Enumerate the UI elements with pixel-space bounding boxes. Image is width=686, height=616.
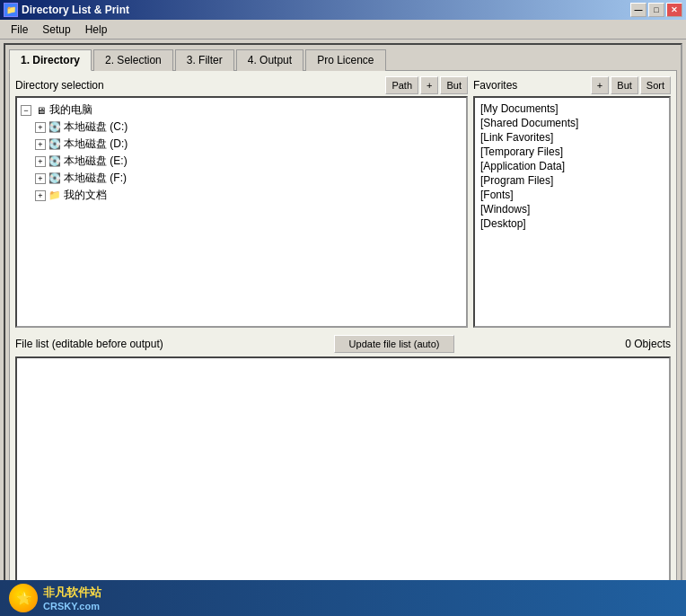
- app-icon: 📁: [4, 3, 18, 17]
- tree-item-d[interactable]: + 💽 本地磁盘 (D:): [21, 136, 462, 153]
- label-e: 本地磁盘 (E:): [64, 154, 128, 169]
- label-mydocs: 我的文档: [64, 188, 107, 203]
- fav-item-8[interactable]: [Desktop]: [479, 216, 665, 231]
- file-list-section: File list (editable before output) Updat…: [15, 331, 671, 604]
- expand-mydocs[interactable]: +: [35, 190, 46, 201]
- favorites-panel: Favorites + But Sort [My Documents] [Sha…: [473, 76, 671, 328]
- icon-d: 💽: [48, 137, 62, 152]
- watermark: 🌟 非凡软件站 CRSKY.com: [0, 580, 686, 616]
- tab-bar: 1. Directory 2. Selection 3. Filter 4. O…: [5, 45, 681, 70]
- fav-item-1[interactable]: [Shared Documents]: [479, 116, 665, 130]
- title-bar: 📁 Directory List & Print — □ ✕: [0, 0, 686, 20]
- expand-f[interactable]: +: [35, 173, 46, 184]
- update-file-list-button[interactable]: Update file list (auto): [334, 335, 455, 353]
- fav-item-3[interactable]: [Temporary Files]: [479, 145, 665, 159]
- window-controls: — □ ✕: [630, 3, 682, 17]
- objects-count: 0 Objects: [625, 338, 671, 350]
- path-button[interactable]: Path: [385, 76, 418, 94]
- expand-c[interactable]: +: [35, 122, 46, 133]
- directory-panel-title: Directory selection: [15, 79, 104, 92]
- fav-item-5[interactable]: [Program Files]: [479, 173, 665, 188]
- expand-mypc[interactable]: −: [21, 105, 31, 116]
- tree-item-f[interactable]: + 💽 本地磁盘 (F:): [21, 170, 462, 187]
- tab-prolicence[interactable]: Pro Licence: [305, 49, 385, 71]
- menu-file[interactable]: File: [4, 22, 35, 38]
- directory-panel: Directory selection Path + But − 🖥 我的电脑: [15, 76, 468, 328]
- close-button[interactable]: ✕: [666, 3, 682, 17]
- sub-fav-button[interactable]: But: [611, 76, 638, 94]
- tab-filter[interactable]: 3. Filter: [175, 49, 234, 71]
- add-fav-button[interactable]: +: [591, 76, 609, 94]
- directory-panel-header: Directory selection Path + But: [15, 76, 468, 94]
- expand-e[interactable]: +: [35, 156, 46, 167]
- maximize-button[interactable]: □: [648, 3, 664, 17]
- tree-item-mydocs[interactable]: + 📁 我的文档: [21, 187, 462, 204]
- tab-output[interactable]: 4. Output: [236, 49, 303, 71]
- fav-item-7[interactable]: [Windows]: [479, 202, 665, 216]
- menu-bar: File Setup Help: [0, 20, 686, 40]
- file-list-header: File list (editable before output) Updat…: [15, 331, 671, 356]
- directory-panel-buttons: Path + But: [385, 76, 468, 94]
- file-list-area: [15, 356, 671, 604]
- directory-tree: − 🖥 我的电脑 + 💽 本地磁盘 (C:) + 💽 本地磁盘 (D:: [15, 96, 468, 328]
- fav-item-2[interactable]: [Link Favorites]: [479, 130, 665, 145]
- tree-item-e[interactable]: + 💽 本地磁盘 (E:): [21, 153, 462, 170]
- icon-mydocs: 📁: [48, 189, 62, 203]
- tab-directory[interactable]: 1. Directory: [9, 49, 92, 71]
- icon-mypc: 🖥: [33, 103, 48, 118]
- tree-item-mypc[interactable]: − 🖥 我的电脑: [21, 101, 462, 119]
- watermark-icon: 🌟: [9, 584, 38, 612]
- menu-help[interactable]: Help: [78, 22, 115, 38]
- minimize-button[interactable]: —: [630, 3, 646, 17]
- sort-fav-button[interactable]: Sort: [640, 76, 671, 94]
- main-window: 1. Directory 2. Selection 3. Filter 4. O…: [4, 43, 682, 612]
- fav-item-0[interactable]: [My Documents]: [479, 101, 665, 116]
- favorites-panel-title: Favorites: [473, 79, 517, 92]
- menu-setup[interactable]: Setup: [35, 22, 77, 38]
- watermark-logo: 🌟 非凡软件站 CRSKY.com: [9, 584, 101, 612]
- fav-item-6[interactable]: [Fonts]: [479, 188, 665, 202]
- favorites-panel-header: Favorites + But Sort: [473, 76, 671, 94]
- favorites-list: [My Documents] [Shared Documents] [Link …: [473, 96, 671, 328]
- app-title: Directory List & Print: [22, 4, 129, 16]
- label-d: 本地磁盘 (D:): [64, 136, 128, 152]
- tab-selection[interactable]: 2. Selection: [93, 49, 173, 71]
- watermark-url: CRSKY.com: [43, 601, 101, 612]
- add-dir-button[interactable]: +: [420, 76, 438, 94]
- expand-d[interactable]: +: [35, 139, 46, 150]
- sub-dir-button[interactable]: But: [440, 76, 468, 94]
- file-list-label: File list (editable before output): [15, 338, 163, 350]
- directory-section: Directory selection Path + But − 🖥 我的电脑: [15, 76, 671, 328]
- icon-f: 💽: [48, 172, 62, 186]
- favorites-panel-buttons: + But Sort: [591, 76, 671, 94]
- fav-item-4[interactable]: [Application Data]: [479, 159, 665, 173]
- label-c: 本地磁盘 (C:): [64, 119, 128, 135]
- tab-content: Directory selection Path + But − 🖥 我的电脑: [9, 70, 677, 611]
- tree-item-c[interactable]: + 💽 本地磁盘 (C:): [21, 119, 462, 136]
- icon-e: 💽: [48, 154, 62, 169]
- watermark-site-name: 非凡软件站: [43, 585, 101, 601]
- label-mypc: 我的电脑: [49, 102, 92, 118]
- icon-c: 💽: [48, 120, 62, 135]
- label-f: 本地磁盘 (F:): [64, 171, 127, 186]
